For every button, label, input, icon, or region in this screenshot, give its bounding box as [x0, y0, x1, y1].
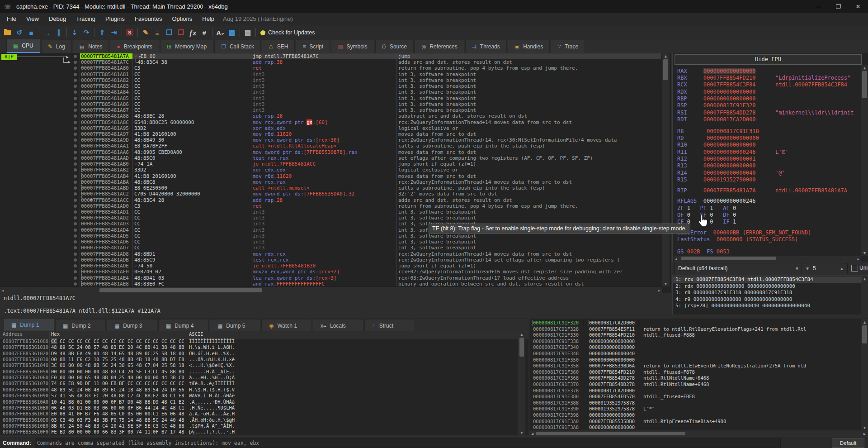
breakpoint-dot[interactable]: [74, 114, 77, 118]
toolbar-skip-instruction-icon[interactable]: S: [124, 27, 136, 38]
breakpoint-dot[interactable]: [74, 168, 77, 172]
breakpoint-dot[interactable]: [74, 246, 77, 249]
dump-tab-dump-5[interactable]: ▦Dump 5: [210, 319, 260, 332]
register-row[interactable]: R12 0000000000000001: [677, 156, 755, 162]
disasm-row[interactable]: 00007FFB85481AE00FB749 02movzx ecx,word …: [0, 269, 662, 275]
breakpoint-dot[interactable]: [74, 192, 77, 195]
disasm-row[interactable]: 00007FFB85481ACC48:83C4 28add rsp,28adds…: [0, 197, 662, 203]
disasm-row[interactable]: 00007FFB85481AB0˅74 1Aje ntdll.7FFB85481…: [0, 161, 662, 167]
registers-vscrollbar[interactable]: ▲ ▼: [861, 65, 868, 256]
tab-handles[interactable]: ▣Handles: [508, 40, 550, 53]
disasm-row[interactable]: 00007FFB85481AD848:8BD1mov rdx,rcxrcx:Zw…: [0, 251, 662, 257]
toolbar-run-icon[interactable]: →: [41, 27, 53, 38]
stack-row[interactable]: 000000817C91F378000000817CA2D000: [529, 388, 860, 394]
breakpoint-dot[interactable]: [74, 97, 77, 100]
breakpoint-dot[interactable]: [74, 138, 77, 142]
breakpoint-dot[interactable]: [74, 258, 77, 262]
breakpoint-dot[interactable]: [74, 234, 77, 238]
stack-row[interactable]: 000000817C91F320000000817CA2D000: [529, 320, 860, 326]
dump-tab-dump-1[interactable]: ▦Dump 1: [4, 318, 54, 332]
dump-tab-locals[interactable]: x=Locals: [313, 319, 363, 332]
breakpoint-dot[interactable]: [74, 175, 77, 178]
disasm-row[interactable]: 00007FFB85481AD6CCint3int 3, software br…: [0, 239, 662, 245]
register-row[interactable]: RSI 00007FFB854DD278"minkernel\\ldr\\ldr…: [677, 110, 755, 116]
register-row[interactable]: R14 0000000000000040'@': [677, 170, 755, 176]
toolbar-stop-icon[interactable]: ■: [25, 27, 37, 38]
disasm-row[interactable]: 00007FFB85481AB233D2xor edx,edxlogical e…: [0, 167, 662, 173]
stack-row[interactable]: 000000817C91F37000007FFB854DD278ntdll.Rt…: [529, 381, 860, 388]
disasm-row[interactable]: 00007FFB85481AA648:8905 CBED0A00mov qwor…: [0, 149, 662, 155]
stack-vscrollbar[interactable]: ▲ ▼: [861, 319, 868, 430]
stack-row[interactable]: 000000817C91F3880000019352975878: [529, 400, 860, 406]
command-input[interactable]: [35, 438, 781, 448]
stack-row[interactable]: 000000817C91F38000007FFB854FD570ntdll._f…: [529, 394, 860, 400]
disasm-row[interactable]: 00007FFB85481A82CCint3int 3, software br…: [0, 77, 662, 83]
toolbar-execute-till-return-icon[interactable]: ⇑: [96, 27, 108, 38]
register-row[interactable]: RDX 0000000000000000: [677, 89, 755, 95]
breakpoint-dot[interactable]: [74, 270, 77, 273]
hex-dump-row[interactable]: 00007FFB85361000CC CC CC CCCC CC CC CCCC…: [0, 338, 515, 344]
menu-help[interactable]: Help: [197, 15, 219, 22]
stack-row[interactable]: 000000817C91F3500000000000000000: [529, 357, 860, 363]
tab-source[interactable]: ⟨⟩Source: [375, 40, 414, 53]
hex-dump-row[interactable]: 00007FFB853610403C 00 00 0048 8B 5C 2430…: [0, 362, 515, 368]
disasm-row[interactable]: 00007FFB85481AC2C705 D4420B00 32000000mo…: [0, 191, 662, 197]
hex-dump-row[interactable]: 00007FFB8536103000 8B 11 F6C2 10 75 2548…: [0, 357, 515, 362]
stack-row[interactable]: 000000817C91F3400000000000000000: [529, 344, 860, 351]
breakpoint-dot[interactable]: [74, 133, 77, 136]
disasm-row[interactable]: 00007FFB85481A9D48:8B49 30mov rcx,qword …: [0, 137, 662, 143]
breakpoint-dot[interactable]: [74, 199, 77, 202]
menu-debug[interactable]: Debug: [44, 15, 71, 22]
disasm-row[interactable]: 00007FFB85481A8848:83EC 28sub rsp,28subs…: [0, 113, 662, 119]
breakpoint-dot[interactable]: [74, 162, 77, 166]
argument-row[interactable]: 4: r9 0000000000000000 0000000000000000: [673, 296, 862, 303]
breakpoint-dot[interactable]: [74, 210, 77, 214]
stack-row[interactable]: 000000817C91F32800007FFB854E5F11return t…: [529, 326, 860, 333]
breakpoint-dot[interactable]: [74, 144, 77, 148]
disasm-row[interactable]: 00007FFB85481AE848:83E0 FCand rax,FFFFFF…: [0, 281, 662, 286]
tab-memory-map[interactable]: ⊞Memory Map: [160, 40, 213, 53]
breakpoint-dot[interactable]: [74, 55, 77, 58]
tab-symbols[interactable]: ▥Symbols: [331, 40, 374, 53]
breakpoint-dot[interactable]: [74, 85, 77, 88]
tab-trace[interactable]: ∵Trace: [551, 40, 585, 53]
register-row[interactable]: RCX 00007FFB854C3F84ntdll.00007FFB854C3F…: [677, 81, 755, 88]
tab-references[interactable]: ◎References: [415, 40, 464, 53]
breakpoint-dot[interactable]: [74, 67, 77, 70]
flags-row[interactable]: ZF 1 PF 1 AF 0: [677, 205, 746, 211]
disasm-row[interactable]: 00007FFB85481AAD48:85C0test rax,raxset e…: [0, 155, 662, 161]
hex-dump-row[interactable]: 00007FFB853610C0E0 08 41 0FB7 F6 48 05C0…: [0, 411, 515, 417]
tab-seh[interactable]: ⚠SEH: [262, 40, 295, 53]
breakpoint-dot[interactable]: [74, 103, 77, 106]
hide-fpu-button[interactable]: Hide FPU: [675, 54, 862, 65]
stack-row[interactable]: 000000817C91F35800007FFB8539BD6Areturn t…: [529, 363, 860, 369]
disasm-row[interactable]: 00007FFB85481AD2CCint3int 3, software br…: [0, 215, 662, 221]
flags-row[interactable]: OF 0 SF 0 DF 0: [677, 212, 746, 218]
disasm-row[interactable]: 00007FFB85481AB441:B8 20160100mov r8d,11…: [0, 173, 662, 179]
registers-hscrollbar[interactable]: ◄ ►: [674, 256, 861, 262]
disasm-row[interactable]: 00007FFB85481AE448:8D41 03lea rax,qword …: [0, 275, 662, 281]
status-default-badge[interactable]: Default: [832, 438, 864, 448]
hex-dump-row[interactable]: 00007FFB8536108048 89 5C 2408 48 89 6C24…: [0, 387, 515, 393]
tab-log[interactable]: ✎Log: [41, 40, 72, 53]
dump-tab-dump-3[interactable]: ▦Dump 3: [107, 319, 157, 332]
breakpoint-dot[interactable]: [74, 79, 77, 82]
menu-file[interactable]: File: [2, 15, 21, 22]
argument-row[interactable]: 5: [rsp+28] 0000000000000040 00000000000…: [673, 303, 862, 310]
tab-notes[interactable]: ▤Notes: [73, 40, 109, 53]
dump-tab-struct[interactable]: ∴Struct: [364, 319, 415, 332]
toolbar-pause-icon[interactable]: ∥: [53, 27, 65, 38]
disasm-row[interactable]: 00007FFB85481AD1CCint3int 3, software br…: [0, 209, 662, 215]
menu-view[interactable]: View: [21, 15, 44, 22]
breakpoint-dot[interactable]: [74, 264, 77, 267]
disasm-row[interactable]: 00007FFB85481AD0C3retreturn from subrout…: [0, 203, 662, 209]
breakpoint-dot[interactable]: [74, 61, 77, 64]
tab-call-stack[interactable]: ❐Call Stack: [214, 40, 261, 53]
disasm-row[interactable]: 00007FFB85481A9741:B8 20160100mov r8d,11…: [0, 131, 662, 137]
register-row[interactable]: RDI 000000817CA2D000: [677, 116, 755, 123]
unlocked-checkbox[interactable]: [851, 265, 858, 272]
breakpoint-dot[interactable]: [74, 216, 77, 219]
breakpoint-dot[interactable]: [74, 109, 77, 112]
breakpoint-dot[interactable]: [74, 205, 77, 208]
dump-tab-dump-4[interactable]: ▦Dump 4: [158, 319, 209, 332]
